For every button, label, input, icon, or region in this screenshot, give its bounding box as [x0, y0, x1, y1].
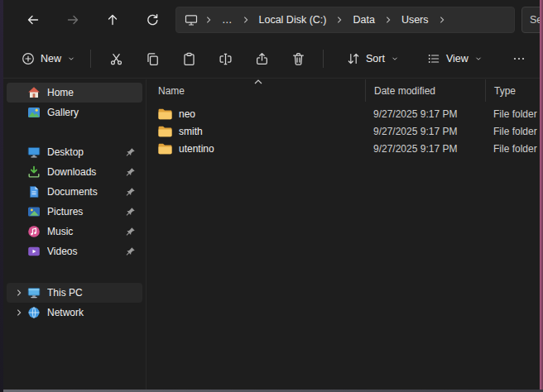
sidebar-item-desktop[interactable]: Desktop [7, 142, 142, 162]
paste-button[interactable] [171, 45, 207, 73]
chevron-right-icon[interactable] [12, 308, 26, 317]
rename-button[interactable] [207, 45, 243, 73]
file-date-modified: 9/27/2025 9:17 PM [365, 143, 485, 155]
breadcrumb-users[interactable]: Users [396, 12, 435, 28]
sidebar-item-label: Documents [47, 186, 124, 198]
search-input[interactable] [521, 7, 540, 33]
column-header-date-modified[interactable]: Date modified [365, 79, 485, 102]
refresh-button[interactable] [136, 7, 169, 33]
sidebar-item-label: Desktop [47, 146, 124, 158]
file-row-utentino[interactable]: utentino 9/27/2025 9:17 PM File folder [147, 140, 540, 157]
command-bar: New [3, 40, 540, 79]
file-row-smith[interactable]: smith 9/27/2025 9:17 PM File folder [147, 122, 540, 140]
new-plus-icon [22, 52, 35, 65]
rename-icon [219, 52, 233, 66]
sidebar-separator [3, 122, 146, 142]
file-date-modified: 9/27/2025 9:17 PM [365, 126, 485, 137]
toolbar-divider [90, 50, 91, 68]
documents-icon [26, 185, 41, 198]
paste-icon [182, 52, 196, 66]
toolbar-divider [323, 50, 324, 68]
sidebar-item-pictures[interactable]: Pictures [7, 202, 142, 222]
sidebar-item-home[interactable]: Home [7, 83, 142, 103]
sidebar-item-label: This PC [47, 287, 124, 299]
music-icon [26, 225, 41, 238]
sidebar-item-label: Downloads [47, 166, 124, 178]
sidebar-item-videos[interactable]: Videos [7, 241, 142, 261]
sidebar-item-documents[interactable]: Documents [7, 182, 142, 202]
up-arrow-icon [106, 13, 119, 26]
network-icon [26, 306, 41, 319]
chevron-right-icon[interactable] [240, 16, 252, 24]
pin-icon [124, 167, 136, 178]
sidebar-item-this-pc[interactable]: This PC [7, 283, 142, 303]
videos-icon [26, 245, 41, 258]
folder-icon [158, 143, 172, 155]
copy-button[interactable] [134, 45, 171, 73]
new-button[interactable]: New [13, 45, 84, 73]
share-button[interactable] [243, 45, 280, 73]
sort-arrows-icon [347, 52, 360, 65]
pictures-icon [26, 205, 41, 218]
chevron-right-icon[interactable] [203, 16, 214, 24]
sidebar-item-label: Home [47, 87, 124, 98]
sidebar-item-label: Network [47, 307, 124, 318]
folder-icon [158, 108, 172, 120]
column-header-type[interactable]: Type [485, 79, 540, 102]
trash-icon [291, 52, 305, 66]
desktop-icon [26, 146, 41, 159]
chevron-right-icon[interactable] [436, 16, 448, 24]
file-name: neo [179, 108, 195, 120]
view-button-label: View [446, 53, 469, 65]
sidebar-item-downloads[interactable]: Downloads [7, 162, 142, 182]
view-button[interactable]: View [419, 45, 491, 73]
sort-ascending-icon [254, 79, 262, 84]
window-left-edge [0, 0, 3, 392]
file-date-modified: 9/27/2025 9:17 PM [365, 108, 485, 120]
chevron-right-icon[interactable] [382, 16, 394, 24]
breadcrumb-data[interactable]: Data [347, 12, 380, 28]
file-rows: neo 9/27/2025 9:17 PM File folder smith … [147, 105, 540, 157]
chevron-right-icon[interactable] [334, 16, 345, 24]
column-headers: Name Date modified Type [147, 79, 540, 102]
pin-icon [124, 147, 136, 158]
chevron-down-icon [391, 55, 399, 63]
breadcrumb-local-disk[interactable]: Local Disk (C:) [253, 12, 333, 28]
view-list-icon [427, 52, 440, 65]
up-button[interactable] [96, 7, 129, 33]
file-list-pane: Name Date modified Type neo 9/27/2025 9:… [146, 79, 540, 390]
more-options-button[interactable] [502, 45, 536, 73]
sidebar-item-network[interactable]: Network [7, 303, 142, 323]
share-icon [255, 52, 269, 66]
sort-button[interactable]: Sort [339, 45, 407, 73]
chevron-down-icon [67, 55, 75, 63]
sidebar-item-gallery[interactable]: Gallery [7, 103, 142, 122]
chevron-right-icon[interactable] [12, 289, 26, 297]
pin-icon [124, 246, 136, 257]
file-explorer-window: … Local Disk (C:) Data Users New [3, 0, 540, 390]
breadcrumb-ellipsis[interactable]: … [216, 12, 238, 28]
downloads-icon [26, 165, 41, 179]
this-pc-icon[interactable] [181, 12, 201, 28]
navigation-bar: … Local Disk (C:) Data Users [3, 0, 540, 40]
back-arrow-icon [26, 13, 40, 26]
sidebar-separator [3, 261, 146, 283]
sidebar-item-label: Videos [47, 246, 124, 257]
file-type: File folder [485, 143, 540, 155]
forward-button[interactable] [56, 7, 89, 33]
file-name: utentino [179, 143, 214, 155]
sidebar-item-music[interactable]: Music [7, 222, 142, 241]
file-row-neo[interactable]: neo 9/27/2025 9:17 PM File folder [147, 105, 540, 122]
sort-button-label: Sort [366, 53, 385, 65]
chevron-down-icon [474, 55, 483, 63]
new-button-label: New [41, 53, 61, 65]
sidebar-item-label: Pictures [47, 206, 124, 218]
address-bar[interactable]: … Local Disk (C:) Data Users [175, 7, 515, 33]
cut-button[interactable] [98, 45, 134, 73]
folder-icon [158, 126, 172, 137]
ellipsis-icon [512, 52, 526, 65]
delete-button[interactable] [280, 45, 316, 73]
file-type: File folder [485, 108, 540, 120]
back-button[interactable] [17, 7, 50, 33]
forward-arrow-icon [66, 13, 79, 26]
